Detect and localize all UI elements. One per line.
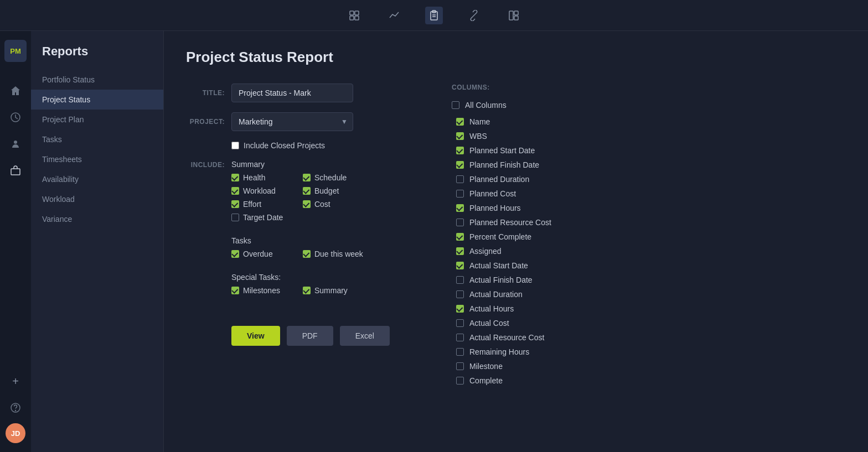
columns-list: All Columns Name WBS Planned Start Date bbox=[452, 98, 629, 386]
add-nav-icon[interactable]: + bbox=[4, 370, 27, 392]
col-planned-duration-icon bbox=[456, 175, 464, 183]
title-label: TITLE: bbox=[186, 89, 225, 97]
budget-checkbox-icon bbox=[303, 187, 311, 195]
col-planned-finish-icon bbox=[456, 161, 464, 169]
health-label: Health bbox=[243, 173, 265, 182]
special-tasks-group-title: Special Tasks: bbox=[231, 273, 363, 282]
include-closed-label: Include Closed Projects bbox=[244, 141, 325, 150]
col-remaining-hours-icon bbox=[456, 348, 464, 356]
column-actual-resource-cost[interactable]: Actual Resource Cost bbox=[452, 330, 627, 345]
clipboard-icon[interactable] bbox=[425, 7, 443, 24]
excel-button[interactable]: Excel bbox=[340, 326, 390, 346]
sidebar-item-variance[interactable]: Variance bbox=[31, 209, 163, 229]
svg-rect-2 bbox=[350, 16, 354, 20]
all-columns-checkbox-icon bbox=[452, 101, 459, 109]
sidebar-item-project-status[interactable]: Project Status bbox=[31, 90, 163, 110]
sidebar-item-availability[interactable]: Availability bbox=[31, 169, 163, 189]
chart-icon[interactable] bbox=[385, 7, 403, 24]
column-all-columns[interactable]: All Columns bbox=[452, 98, 627, 112]
svg-rect-3 bbox=[355, 16, 359, 20]
target-date-label: Target Date bbox=[243, 213, 283, 222]
left-navigation: PM + bbox=[0, 31, 31, 452]
project-select[interactable]: Marketing Development Design Sales bbox=[231, 112, 353, 131]
col-actual-duration-icon bbox=[456, 290, 464, 298]
sidebar: Reports Portfolio Status Project Status … bbox=[31, 31, 164, 452]
include-target-date[interactable]: Target Date bbox=[231, 213, 292, 222]
svg-rect-14 bbox=[11, 169, 20, 175]
include-overdue[interactable]: Overdue bbox=[231, 250, 292, 258]
app-logo[interactable]: PM bbox=[4, 40, 27, 62]
include-workload[interactable]: Workload bbox=[231, 186, 292, 195]
svg-rect-10 bbox=[514, 11, 518, 15]
column-milestone[interactable]: Milestone bbox=[452, 359, 627, 373]
column-planned-cost[interactable]: Planned Cost bbox=[452, 186, 627, 201]
include-effort[interactable]: Effort bbox=[231, 200, 292, 209]
briefcase-nav-icon[interactable] bbox=[4, 159, 27, 181]
sidebar-item-tasks[interactable]: Tasks bbox=[31, 129, 163, 149]
column-actual-hours[interactable]: Actual Hours bbox=[452, 302, 627, 316]
include-due-this-week[interactable]: Due this week bbox=[303, 250, 363, 258]
summary-group-title: Summary bbox=[231, 160, 363, 169]
svg-line-8 bbox=[473, 14, 475, 17]
all-columns-label: All Columns bbox=[465, 101, 507, 110]
col-actual-hours-icon bbox=[456, 305, 464, 313]
include-milestones[interactable]: Milestones bbox=[231, 286, 292, 295]
column-assigned[interactable]: Assigned bbox=[452, 244, 627, 258]
include-summary[interactable]: Summary bbox=[303, 286, 363, 295]
column-actual-cost[interactable]: Actual Cost bbox=[452, 316, 627, 330]
column-remaining-hours[interactable]: Remaining Hours bbox=[452, 345, 627, 359]
summary-checkbox-icon bbox=[303, 287, 311, 294]
column-actual-start[interactable]: Actual Start Date bbox=[452, 258, 627, 273]
col-assigned-icon bbox=[456, 247, 464, 255]
help-nav-icon[interactable] bbox=[4, 397, 27, 419]
include-cost[interactable]: Cost bbox=[303, 200, 363, 209]
due-this-week-checkbox-icon bbox=[303, 250, 311, 258]
pdf-button[interactable]: PDF bbox=[287, 326, 333, 346]
layout-icon[interactable] bbox=[505, 7, 523, 24]
col-wbs-icon bbox=[456, 132, 464, 140]
team-nav-icon[interactable] bbox=[4, 133, 27, 155]
include-budget[interactable]: Budget bbox=[303, 186, 363, 195]
avatar[interactable]: JD bbox=[6, 423, 25, 443]
sidebar-item-portfolio-status[interactable]: Portfolio Status bbox=[31, 70, 163, 90]
view-button[interactable]: View bbox=[231, 326, 280, 346]
column-planned-resource-cost[interactable]: Planned Resource Cost bbox=[452, 215, 627, 230]
overdue-label: Overdue bbox=[243, 250, 273, 258]
home-nav-icon[interactable] bbox=[4, 80, 27, 102]
col-planned-cost-icon bbox=[456, 190, 464, 198]
column-complete[interactable]: Complete bbox=[452, 373, 627, 386]
link-icon[interactable] bbox=[465, 7, 483, 24]
search-zoom-icon[interactable] bbox=[345, 7, 363, 24]
svg-point-13 bbox=[14, 141, 17, 144]
clock-nav-icon[interactable] bbox=[4, 106, 27, 128]
title-input[interactable] bbox=[231, 84, 353, 102]
col-milestone-icon bbox=[456, 362, 464, 370]
workload-checkbox-icon bbox=[231, 187, 239, 195]
overdue-checkbox-icon bbox=[231, 250, 239, 258]
column-planned-hours[interactable]: Planned Hours bbox=[452, 201, 627, 215]
svg-rect-11 bbox=[514, 16, 518, 20]
sidebar-item-workload[interactable]: Workload bbox=[31, 189, 163, 209]
sidebar-item-project-plan[interactable]: Project Plan bbox=[31, 110, 163, 129]
column-actual-finish[interactable]: Actual Finish Date bbox=[452, 273, 627, 287]
sidebar-item-timesheets[interactable]: Timesheets bbox=[31, 149, 163, 169]
column-percent-complete[interactable]: Percent Complete bbox=[452, 230, 627, 244]
effort-label: Effort bbox=[243, 200, 261, 209]
summary-label: Summary bbox=[314, 286, 348, 295]
workload-label: Workload bbox=[243, 186, 276, 195]
health-checkbox-icon bbox=[231, 174, 239, 181]
column-planned-finish[interactable]: Planned Finish Date bbox=[452, 158, 627, 172]
column-actual-duration[interactable]: Actual Duration bbox=[452, 287, 627, 302]
col-planned-hours-icon bbox=[456, 204, 464, 212]
include-label: INCLUDE: bbox=[186, 160, 225, 169]
tasks-group-title: Tasks bbox=[231, 236, 363, 245]
column-planned-duration[interactable]: Planned Duration bbox=[452, 172, 627, 186]
include-schedule[interactable]: Schedule bbox=[303, 173, 363, 182]
col-complete-icon bbox=[456, 377, 464, 385]
column-name[interactable]: Name bbox=[452, 115, 627, 129]
include-closed-checkbox[interactable] bbox=[231, 142, 239, 149]
column-wbs[interactable]: WBS bbox=[452, 129, 627, 143]
include-health[interactable]: Health bbox=[231, 173, 292, 182]
col-actual-start-icon bbox=[456, 262, 464, 269]
column-planned-start[interactable]: Planned Start Date bbox=[452, 143, 627, 158]
